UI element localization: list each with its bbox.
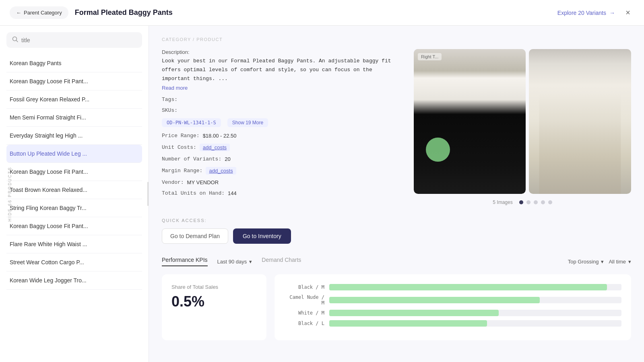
image-dots: 5 Images: [414, 200, 631, 205]
price-range-value: $18.00 - 22.50: [203, 133, 237, 139]
units-value: 144: [228, 190, 237, 196]
product-info: Description: Look your best in our Forma…: [162, 49, 401, 205]
add-unit-costs-button[interactable]: add_costs: [200, 144, 230, 151]
period-label: Last 90 days: [217, 259, 247, 265]
tags-row: Tags:: [162, 97, 401, 103]
breadcrumb-separator: /: [193, 37, 196, 42]
bar-fill-3: [329, 320, 487, 327]
product-item-6[interactable]: Button Up Pleated Wide Leg ...: [6, 145, 142, 163]
show-more-button[interactable]: Show 19 More: [227, 118, 268, 127]
image-dot-4[interactable]: [541, 200, 545, 204]
close-button[interactable]: ×: [621, 6, 634, 19]
unit-costs-label: Unit Costs:: [162, 144, 196, 150]
vendor-row: Vendor: MY VENDOR: [162, 179, 401, 185]
scroll-indicator: [147, 182, 149, 206]
product-image-2[interactable]: [529, 49, 631, 194]
bar-fill-2: [329, 310, 499, 316]
demand-plan-button[interactable]: Go to Demand Plan: [162, 228, 228, 244]
chevron-down-icon-2: ▾: [601, 259, 604, 265]
charts-row: Share of Total Sales 0.5% Black / M Came…: [162, 274, 631, 340]
explore-label: Explore 20 Variants: [557, 10, 606, 16]
product-item-12[interactable]: Street Wear Cotton Cargo P...: [6, 253, 142, 272]
quick-access-buttons: Go to Demand Plan Go to Inventory: [162, 228, 631, 244]
bar-label-3: Black / L: [284, 321, 324, 326]
bar-track-0: [329, 284, 621, 290]
page-title: Formal Pleated Baggy Pants: [75, 8, 173, 17]
product-item-5[interactable]: Everyday Straight leg High ...: [6, 127, 142, 145]
bar-fill-0: [329, 284, 607, 290]
bar-track-3: [329, 320, 621, 327]
read-more-link[interactable]: Read more: [162, 85, 401, 91]
tab-demand-charts[interactable]: Demand Charts: [262, 257, 301, 266]
product-item-8[interactable]: Toast Brown Korean Relaxed...: [6, 181, 142, 199]
breadcrumb-category: CATEGORY: [162, 37, 191, 42]
description-section: Description: Look your best in our Forma…: [162, 49, 401, 91]
product-item-13[interactable]: Korean Wide Leg Jogger Tro...: [6, 272, 142, 290]
bar-track-2: [329, 310, 621, 316]
kpi-title: Share of Total Sales: [171, 284, 257, 290]
breadcrumb-product: PRODUCT: [196, 37, 223, 42]
top-grossing-filter-button[interactable]: Top Grossing ▾: [568, 259, 604, 265]
analytics-section: Performance KPIs Last 90 days ▾ Demand C…: [162, 257, 631, 340]
bar-label-0: Black / M: [284, 284, 324, 290]
all-time-label: All time: [609, 259, 626, 265]
bar-fill-1: [329, 297, 540, 303]
price-range-row: Price Range: $18.00 - 22.50: [162, 133, 401, 139]
bar-label-2: White / M: [284, 310, 324, 316]
add-margin-costs-button[interactable]: add_costs: [206, 167, 236, 175]
product-item-3[interactable]: Fossil Grey Korean Relaxed P...: [6, 90, 142, 109]
quick-access-section: QUICK ACCESS: Go to Demand Plan Go to In…: [162, 218, 631, 244]
product-item-7[interactable]: Korean Baggy Loose Fit Pant...: [6, 163, 142, 181]
units-row: Total Units on Hand: 144: [162, 190, 401, 196]
search-input[interactable]: [21, 37, 136, 43]
bar-chart-card: Black / M Camel Nude / M White / M Black…: [275, 274, 631, 340]
top-nav: ← Parent Category Formal Pleated Baggy P…: [0, 0, 644, 26]
bar-row-1: Camel Nude / M: [284, 294, 621, 306]
product-item-2[interactable]: Korean Baggy Loose Fit Pant...: [6, 72, 142, 90]
images-panel: Right T...: [414, 49, 631, 205]
image-dot-1[interactable]: [519, 200, 523, 204]
image-dot-3[interactable]: [534, 200, 538, 204]
product-item-11[interactable]: Flare Rare White High Waist ...: [6, 235, 142, 253]
product-list: Korean Baggy PantsKorean Baggy Loose Fit…: [6, 54, 142, 290]
images-count: 5 Images: [493, 200, 512, 205]
variants-row: Number of Variants: 20: [162, 156, 401, 162]
product-image-1[interactable]: Right T...: [414, 49, 526, 194]
explore-variants-button[interactable]: Explore 20 Variants →: [557, 10, 615, 16]
variants-label: Number of Variants:: [162, 156, 221, 162]
price-range-label: Price Range:: [162, 133, 200, 139]
breadcrumb: CATEGORY / PRODUCT: [162, 37, 631, 42]
sidebar: HIDE 66 PRODUCTS Korean Baggy PantsKorea…: [0, 26, 149, 362]
period-filter-button[interactable]: Last 90 days ▾: [217, 257, 252, 266]
tags-label: Tags:: [162, 97, 178, 103]
product-item-9[interactable]: String Fling Korean Baggy Tr...: [6, 199, 142, 217]
variants-value: 20: [225, 156, 230, 162]
margin-row: Margin Range: add_costs: [162, 167, 401, 175]
vendor-value: MY VENDOR: [187, 179, 219, 185]
product-item-10[interactable]: Korean Baggy Loose Fit Pant...: [6, 217, 142, 235]
description-text: Look your best in our Formal Pleated Bag…: [162, 57, 401, 83]
all-time-filter-button[interactable]: All time ▾: [609, 259, 631, 265]
sidebar-vertical-label-container: HIDE 66 PRODUCTS: [0, 26, 19, 362]
bar-track-1: [329, 297, 621, 303]
units-label: Total Units on Hand:: [162, 190, 225, 196]
kpi-value: 0.5%: [171, 293, 257, 310]
image-dot-2[interactable]: [526, 200, 530, 204]
bar-row-3: Black / L: [284, 320, 621, 327]
inventory-button[interactable]: Go to Inventory: [233, 228, 291, 244]
image-dot-5[interactable]: [548, 200, 552, 204]
search-box[interactable]: [6, 32, 142, 48]
back-button[interactable]: ← Parent Category: [10, 6, 68, 19]
bar-row-2: White / M: [284, 310, 621, 316]
nav-right: Explore 20 Variants → ×: [557, 6, 634, 19]
chevron-down-icon: ▾: [249, 259, 252, 265]
tab-performance-kpis[interactable]: Performance KPIs: [162, 257, 208, 266]
sku-value: OD-PN-WL-1341-1-S: [162, 118, 221, 127]
product-item-4[interactable]: Men Semi Formal Straight Fi...: [6, 109, 142, 127]
sidebar-inner: Korean Baggy PantsKorean Baggy Loose Fit…: [0, 26, 149, 362]
analytics-tabs: Performance KPIs Last 90 days ▾ Demand C…: [162, 257, 301, 266]
kpi-card: Share of Total Sales 0.5%: [162, 274, 266, 340]
skus-label: SKUs:: [162, 107, 178, 113]
vendor-label: Vendor:: [162, 179, 184, 185]
product-item-1[interactable]: Korean Baggy Pants: [6, 54, 142, 72]
